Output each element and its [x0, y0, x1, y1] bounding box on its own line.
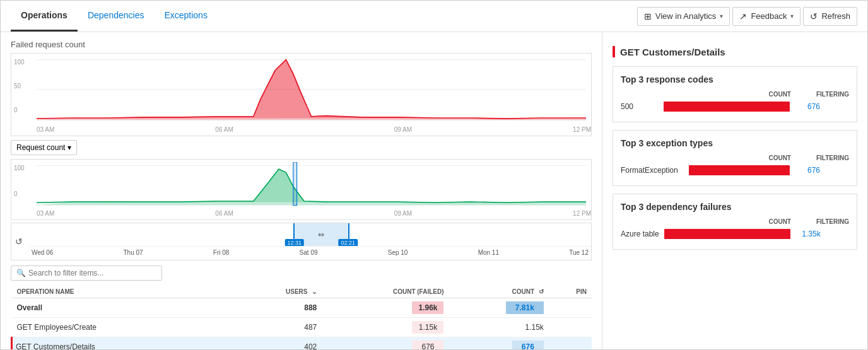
cell-count-failed-0: 1.15k [322, 318, 449, 337]
cell-name-0: GET Employees/Create [12, 318, 237, 337]
table-row-1[interactable]: GET Customers/Details 402 676 676 [12, 337, 592, 350]
chart-dropdown-row: Request count ▾ [11, 140, 592, 155]
x-axis-labels-2: 03 AM 06 AM 09 AM 12 PM [11, 210, 591, 219]
dependency-failures-section: Top 3 dependency failures COUNT FILTERIN… [613, 194, 857, 250]
chevron-down-icon: ▾ [720, 13, 723, 20]
left-panel: Failed request count 100 50 0 [1, 32, 602, 349]
dependency-label: Azure table [621, 230, 659, 238]
y-axis-labels-bottom: 100 0 [14, 165, 25, 197]
table-header-row: OPERATION NAME USERS ⌄ COUNT (FAILED) CO… [12, 286, 592, 298]
exception-label: FormatException [621, 166, 684, 175]
response-codes-title: Top 3 response codes [621, 74, 849, 85]
tab-operations[interactable]: Operations [11, 1, 78, 32]
search-box: 🔍 [11, 265, 162, 281]
col-header-users: USERS ⌄ [236, 286, 322, 298]
failed-request-title: Failed request count [11, 40, 592, 49]
exception-types-header: COUNT FILTERING [621, 155, 849, 161]
cell-count-overall: 7.81k [449, 298, 548, 318]
response-codes-section: Top 3 response codes COUNT FILTERING 500… [613, 66, 857, 122]
x-axis-labels: 03 AM 06 AM 09 AM 12 PM [11, 126, 591, 136]
move-cursor-icon: ⇔ [318, 230, 324, 239]
get-customers-title: GET Customers/Details [613, 40, 857, 66]
feedback-button[interactable]: ↗ Feedback ▾ [732, 7, 801, 26]
response-code-row-0: 500 676 [621, 102, 849, 112]
col-header-pin: PIN [549, 286, 592, 298]
request-count-svg [37, 162, 586, 207]
exception-types-title: Top 3 exception types [621, 138, 849, 148]
cell-count-1: 676 [449, 337, 548, 350]
right-panel: GET Customers/Details Top 3 response cod… [602, 32, 867, 349]
nav-bar: Operations Dependencies Exceptions ⊞ Vie… [1, 1, 867, 32]
count-failed-badge-overall: 1.96k [412, 301, 443, 314]
tab-exceptions[interactable]: Exceptions [154, 1, 217, 32]
response-count[interactable]: 676 [795, 102, 820, 111]
sort-icon[interactable]: ⌄ [312, 288, 317, 295]
response-codes-header: COUNT FILTERING [621, 91, 849, 98]
cell-count-0: 1.15k [449, 318, 548, 337]
table-row-0[interactable]: GET Employees/Create 487 1.15k 1.15k [12, 318, 592, 337]
main-content: Failed request count 100 50 0 [1, 32, 867, 349]
exception-count[interactable]: 676 [795, 166, 820, 175]
sort-icon-count[interactable]: ↺ [539, 288, 544, 295]
timeline-selection[interactable]: 12:31 02:21 ⇔ [293, 223, 349, 246]
cell-pin-0[interactable] [549, 318, 592, 337]
cell-users-1: 402 [236, 337, 322, 350]
failed-request-chart: 100 50 0 03 AM [11, 53, 592, 136]
red-bar-indicator [613, 46, 615, 57]
cell-pin-overall [549, 298, 592, 318]
cell-users-0: 487 [236, 318, 322, 337]
exception-type-row-0: FormatException 676 [621, 165, 849, 175]
dependency-row-0: Azure table 1.35k [621, 229, 849, 239]
count-failed-badge-0: 1.15k [412, 321, 443, 334]
col-header-count: COUNT ↺ [449, 286, 548, 298]
dependency-count[interactable]: 1.35k [795, 230, 821, 238]
cell-pin-1[interactable] [549, 337, 592, 350]
request-count-chart: 100 0 03 AM 06 AM [11, 159, 592, 220]
feedback-icon: ↗ [739, 11, 747, 21]
y-axis-labels-top: 100 50 0 [14, 59, 25, 114]
count-failed-badge-1: 676 [412, 341, 443, 349]
svg-rect-7 [293, 162, 297, 206]
table-row-overall[interactable]: Overall 888 1.96k 7.81k [12, 298, 592, 318]
grid-icon: ⊞ [644, 11, 652, 21]
analytics-button[interactable]: ⊞ View in Analytics ▾ [637, 7, 730, 26]
refresh-icon: ↺ [810, 11, 818, 21]
cell-count-failed-overall: 1.96k [322, 298, 449, 318]
dependency-failures-title: Top 3 dependency failures [621, 202, 849, 212]
nav-actions: ⊞ View in Analytics ▾ ↗ Feedback ▾ ↺ Ref… [637, 7, 857, 26]
nav-tabs: Operations Dependencies Exceptions [11, 1, 218, 32]
response-bar [664, 102, 790, 112]
dependency-bar [664, 229, 790, 239]
tab-dependencies[interactable]: Dependencies [78, 1, 155, 32]
col-header-name: OPERATION NAME [12, 286, 237, 298]
cell-users-overall: 888 [236, 298, 322, 318]
timeline-nav: ↺ 12:31 02:21 ⇔ Wed 06 [11, 223, 592, 260]
exception-types-section: Top 3 exception types COUNT FILTERING Fo… [613, 130, 857, 186]
search-icon: 🔍 [16, 269, 26, 277]
response-code-label: 500 [621, 102, 659, 111]
chevron-down-icon-2: ▾ [790, 13, 794, 20]
col-header-count-failed: COUNT (FAILED) [322, 286, 449, 298]
cell-name-1: GET Customers/Details [12, 337, 237, 350]
timeline-date-labels: Wed 06 Thu 07 Fri 08 Sat 09 Sep 10 Mon 1… [29, 246, 591, 260]
cell-name-overall: Overall [12, 298, 237, 318]
failed-request-svg [37, 56, 586, 124]
chevron-down-icon-3: ▾ [67, 143, 71, 152]
timeline-refresh-icon[interactable]: ↺ [15, 236, 23, 247]
count-badge-1: 676 [512, 341, 544, 349]
operations-table: OPERATION NAME USERS ⌄ COUNT (FAILED) CO… [11, 286, 592, 349]
refresh-button[interactable]: ↺ Refresh [803, 7, 857, 26]
cell-count-failed-1: 676 [322, 337, 449, 350]
search-input[interactable] [28, 269, 156, 277]
request-count-dropdown[interactable]: Request count ▾ [11, 140, 77, 155]
exception-bar [689, 165, 790, 175]
dependency-failures-header: COUNT FILTERING [621, 218, 849, 225]
count-badge-overall: 7.81k [506, 301, 544, 314]
svg-marker-6 [37, 169, 586, 206]
